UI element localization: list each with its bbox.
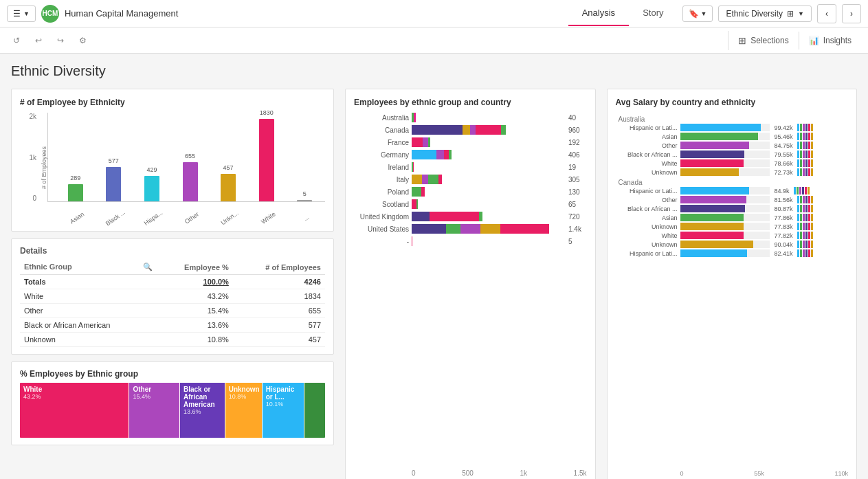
table-row[interactable]: Unknown10.8%457 [20,333,325,347]
hbar-row-6: Poland130 [354,187,587,197]
salary-x-axis: 0 55k 110k [616,470,849,477]
salary-row-2-0: Unknown90.04k [616,241,849,248]
bar-group-6[interactable]: 5 [291,190,318,201]
hbar-row-1: Canada960 [354,125,587,135]
treemap-cell-3[interactable]: Unknown10.8% [225,383,262,438]
hbar-x-axis: 0 500 1k 1.5k [354,469,587,477]
next-icon: › [850,9,853,19]
charts-row: # of Employee by Ethnicity 2k 1k 0 # of … [11,89,857,479]
right-chart-title: Avg Salary by country and ethnicity [616,98,849,107]
hbar-row-2: France192 [354,137,587,147]
bar-group-4[interactable]: 457 [214,164,242,201]
hbar-chart: Australia40Canada960France192Germany406I… [354,113,587,467]
col-employee-pct: Employee % [157,260,233,275]
treemap-cell-0[interactable]: White43.2% [20,383,129,438]
salary-country-label-1: Canada [616,179,849,186]
details-title: Details [20,246,325,256]
salary-row-0-4: White78.66k [616,159,849,167]
sheet-selector[interactable]: Ethnic Diversity ⊞ ▼ [718,5,812,22]
col-ethnic-group: Ethnic Group 🔍 [20,260,157,275]
prev-icon: ‹ [825,9,828,19]
toolbar: ↺ ↩ ↪ ⚙ ⊞ Selections 📊 Insights [0,27,868,54]
salary-row-1-1: Other81.56k [616,196,849,203]
redo-button[interactable]: ↪ [51,31,70,50]
settings-button[interactable]: ⚙ [73,31,92,50]
right-panel: Avg Salary by country and ethnicity Aust… [607,89,858,479]
tab-analysis[interactable]: Analysis [568,1,629,26]
insights-button[interactable]: 📊 Insights [799,32,861,49]
mid-panel: Employees by ethnic group and country Au… [345,89,596,479]
treemap-cell-1[interactable]: Other15.4% [129,383,179,438]
gear-icon: ⚙ [79,36,87,45]
salary-row-1-3: Asian77.86k [616,214,849,221]
bar-chart-inner: 28957742965545718305 [47,113,325,202]
treemap: White43.2%Other15.4%Black or African Ame… [20,383,325,438]
bar-group-5[interactable]: 1830 [253,109,280,201]
top-nav: ☰ ▼ HCM Human Capital Management Analysi… [0,0,868,27]
hbar-row-10: -5 [354,236,587,246]
salary-row-1-5: White77.82k [616,232,849,239]
bookmark-icon: 🔖 [689,9,699,19]
hbar-row-0: Australia40 [354,113,587,122]
y-axis-label: # of Employees [41,146,47,189]
treemap-cell-5[interactable] [304,383,325,438]
hamburger-menu[interactable]: ☰ ▼ [7,5,36,22]
treemap-title: % Employees by Ethnic group [20,369,325,379]
nav-right: 🔖 ▼ Ethnic Diversity ⊞ ▼ ‹ › [682,4,861,23]
hamburger-icon: ☰ [13,9,21,19]
next-sheet-button[interactable]: › [842,4,861,23]
y-label-2k: 2k [29,113,36,120]
treemap-cell-2[interactable]: Black or African American13.6% [180,383,225,438]
tab-story[interactable]: Story [629,1,677,26]
salary-row-0-5: Unknown72.73k [616,168,849,176]
bar-group-0[interactable]: 289 [62,175,89,201]
selections-label: Selections [750,36,788,45]
hbar-row-5: Italy305 [354,175,587,184]
page-content: Ethnic Diversity # of Employee by Ethnic… [0,54,868,479]
table-row[interactable]: Totals100.0%4246 [20,275,325,289]
left-panel: # of Employee by Ethnicity 2k 1k 0 # of … [11,89,334,479]
app-logo: HCM [41,5,59,23]
y-label-1k: 1k [29,154,36,161]
hbar-row-9: United States1.4k [354,224,587,234]
undo-button[interactable]: ↩ [29,31,48,50]
toolbar-right: ⊞ Selections 📊 Insights [728,31,861,50]
bookmark-arrow: ▼ [700,10,706,17]
bar-chart-title: # of Employee by Ethnicity [20,98,325,107]
page-title: Ethnic Diversity [11,63,857,79]
y-label-0: 0 [32,194,36,202]
table-row[interactable]: White43.2%1834 [20,289,325,304]
sheet-layout-icon: ⊞ [787,9,794,19]
salary-row-0-2: Other84.75k [616,142,849,149]
refresh-button[interactable]: ↺ [7,31,26,50]
prev-sheet-button[interactable]: ‹ [817,4,836,23]
salary-row-0-1: Asian95.46k [616,133,849,140]
salary-country-label-0: Australia [616,115,849,123]
details-table: Ethnic Group 🔍 Employee % # of Employees… [20,260,325,347]
details-section: Details Ethnic Group 🔍 Employee % # of E… [11,238,334,355]
hbar-row-4: Ireland19 [354,162,587,172]
bar-group-3[interactable]: 655 [177,153,204,201]
bar-group-1[interactable]: 577 [100,157,128,201]
app-title: Human Capital Management [65,8,563,19]
selections-button[interactable]: ⊞ Selections [728,31,798,50]
bar-chart-area: 2k 1k 0 # of Employees 28957742965545718… [20,113,325,223]
col-num-employees: # of Employees [233,260,325,275]
bookmark-button[interactable]: 🔖 ▼ [682,5,713,22]
treemap-section: % Employees by Ethnic group White43.2%Ot… [11,361,334,445]
search-icon[interactable]: 🔍 [143,263,153,271]
sheet-dropdown-icon: ▼ [798,10,804,17]
hbar-row-7: Scotland65 [354,199,587,209]
nav-tabs: Analysis Story [568,1,678,26]
salary-row-0-3: Black or African ...79.55k [616,151,849,158]
hbar-row-3: Germany406 [354,150,587,159]
salary-row-1-0: Hispanic or Lati...84.9k [616,187,849,194]
treemap-cell-4[interactable]: Hispanic or L...10.1% [263,383,304,438]
dropdown-arrow: ▼ [23,10,30,17]
bar-group-2[interactable]: 429 [138,166,166,201]
insights-chart-icon: 📊 [809,36,819,45]
salary-row-1-4: Unknown77.83k [616,223,849,230]
table-row[interactable]: Other15.4%655 [20,304,325,318]
table-row[interactable]: Black or African American13.6%577 [20,318,325,333]
bar-chart-section: # of Employee by Ethnicity 2k 1k 0 # of … [11,89,334,232]
